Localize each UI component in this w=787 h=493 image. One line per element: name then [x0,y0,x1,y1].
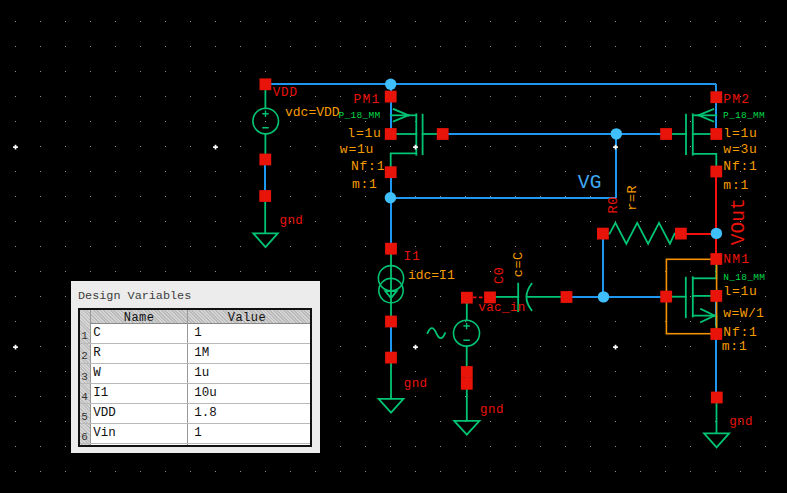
svg-text:gnd: gnd [280,214,304,228]
svg-text:w=3u: w=3u [723,142,757,157]
svg-text:m:1: m:1 [723,178,749,193]
svg-text:w=1u: w=1u [340,142,374,157]
svg-text:gnd: gnd [729,415,753,429]
svg-text:idc=I1: idc=I1 [408,268,455,283]
svg-text:P_18_MM: P_18_MM [723,110,765,121]
svg-text:N_18_MM: N_18_MM [723,272,765,283]
svg-text:NM1: NM1 [723,252,750,267]
svg-text:P_18_MM: P_18_MM [338,110,380,121]
svg-text:VOut: VOut [728,198,750,245]
svg-text:gnd: gnd [404,377,428,391]
svg-text:Nf:1: Nf:1 [723,325,757,340]
svg-text:r=R: r=R [625,185,640,211]
svg-text:VDD: VDD [273,86,298,100]
svg-text:I1: I1 [404,249,421,264]
svg-text:Nf:1: Nf:1 [351,159,385,174]
svg-text:l=1u: l=1u [723,284,757,299]
svg-text:PM2: PM2 [723,92,750,107]
svg-text:w=W/1: w=W/1 [723,306,764,321]
svg-text:C0: C0 [492,267,507,284]
svg-text:gnd: gnd [480,403,504,417]
svg-text:l=1u: l=1u [723,126,757,141]
svg-text:m:1: m:1 [352,177,378,192]
svg-text:c=C: c=C [511,251,526,277]
svg-text:l=1u: l=1u [347,126,381,141]
svg-text:vdc=VDD: vdc=VDD [285,105,340,120]
svg-text:VG: VG [578,172,602,194]
svg-text:Nf:1: Nf:1 [723,159,757,174]
svg-text:vac_in: vac_in [478,301,525,315]
svg-text:R0: R0 [606,196,621,213]
svg-text:PM1: PM1 [354,92,381,107]
svg-text:m:1: m:1 [722,339,748,354]
